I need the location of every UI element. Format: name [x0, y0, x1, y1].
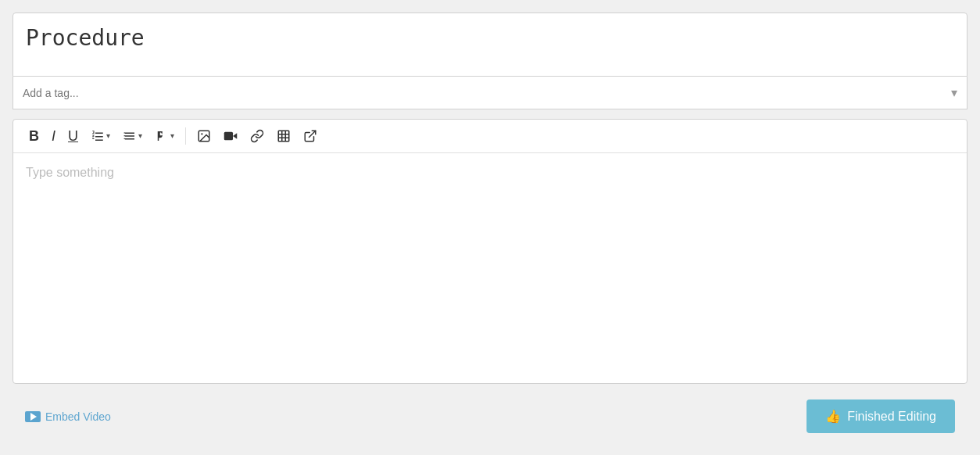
unordered-list-button[interactable]: ▾: [118, 126, 147, 146]
editor-toolbar: B I U ▾ ▾ ▾: [13, 120, 967, 153]
svg-rect-4: [278, 131, 289, 142]
table-icon: [277, 129, 291, 143]
bottom-bar: Embed Video 👍 Finished Editing: [13, 390, 967, 442]
embed-video-label: Embed Video: [45, 410, 111, 423]
video-icon: [224, 129, 238, 143]
tag-chevron-icon[interactable]: ▾: [951, 85, 957, 100]
svg-point-1: [201, 133, 202, 134]
tag-bar: ▾: [13, 77, 967, 109]
editor-container: B I U ▾ ▾ ▾: [13, 119, 967, 384]
embed-video-icon: [25, 411, 41, 422]
unordered-list-icon: [123, 129, 137, 143]
ordered-list-button[interactable]: ▾: [86, 126, 115, 146]
toolbar-divider-1: [185, 127, 186, 145]
finished-editing-button[interactable]: 👍 Finished Editing: [807, 399, 955, 433]
editor-placeholder: Type something: [26, 166, 114, 179]
image-icon: [197, 129, 211, 143]
italic-button[interactable]: I: [47, 126, 60, 146]
unordered-list-chevron: ▾: [138, 132, 142, 140]
italic-icon: I: [52, 129, 55, 143]
finished-editing-label: Finished Editing: [847, 410, 936, 424]
underline-button[interactable]: U: [63, 126, 83, 146]
bold-icon: B: [29, 129, 39, 143]
link-button[interactable]: [245, 126, 269, 146]
paragraph-chevron: ▾: [170, 132, 174, 140]
title-input[interactable]: Procedure: [13, 13, 967, 77]
svg-rect-3: [224, 132, 233, 141]
ordered-list-icon: [91, 129, 105, 143]
tag-input[interactable]: [23, 87, 951, 99]
underline-icon: U: [68, 129, 78, 143]
svg-line-9: [309, 131, 316, 137]
bold-button[interactable]: B: [24, 126, 44, 146]
thumbs-up-icon: 👍: [825, 409, 841, 424]
external-link-button[interactable]: [299, 126, 322, 146]
editor-body[interactable]: Type something: [13, 153, 967, 383]
link-icon: [250, 129, 264, 143]
video-button[interactable]: [219, 126, 242, 146]
embed-video-link[interactable]: Embed Video: [25, 410, 111, 423]
image-button[interactable]: [192, 126, 216, 146]
external-link-icon: [303, 129, 317, 143]
paragraph-icon: [155, 129, 169, 143]
ordered-list-chevron: ▾: [106, 132, 110, 140]
paragraph-button[interactable]: ▾: [150, 126, 179, 146]
svg-marker-2: [233, 133, 237, 139]
table-button[interactable]: [272, 126, 295, 146]
